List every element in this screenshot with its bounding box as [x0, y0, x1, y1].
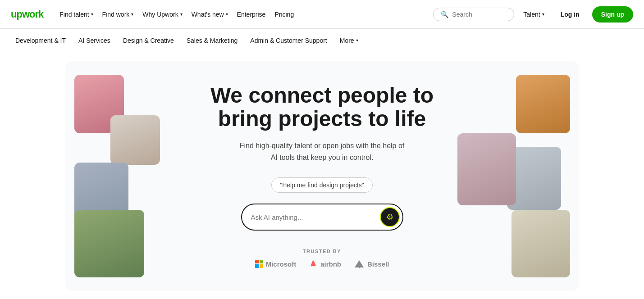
ai-send-icon: ⚙ — [386, 212, 393, 222]
airbnb-logo: airbnb — [309, 259, 341, 268]
chevron-down-icon: ▾ — [131, 12, 133, 17]
nav-find-work[interactable]: Find work ▾ — [99, 8, 137, 21]
svg-point-1 — [314, 264, 316, 267]
sec-nav-development[interactable]: Development & IT — [11, 34, 70, 47]
trusted-section: TRUSTED BY Microsoft — [255, 249, 389, 268]
chevron-down-icon: ▾ — [226, 12, 228, 17]
nav-right: 🔍 Talent ▾ Log in Sign up — [433, 6, 633, 23]
search-bar[interactable]: 🔍 — [433, 8, 514, 21]
nav-why-upwork[interactable]: Why Upwork ▾ — [139, 8, 186, 21]
bissell-icon — [354, 259, 365, 268]
sec-nav-design[interactable]: Design & Creative — [119, 34, 178, 47]
login-button[interactable]: Log in — [553, 7, 587, 22]
chevron-down-icon: ▾ — [542, 12, 544, 17]
ai-send-button[interactable]: ⚙ — [380, 207, 400, 227]
chevron-down-icon: ▾ — [356, 38, 358, 43]
signup-button[interactable]: Sign up — [592, 6, 633, 23]
suggestion-chip[interactable]: "Help me find design projects" — [271, 177, 373, 193]
nav-links: Find talent ▾ Find work ▾ Why Upwork ▾ W… — [56, 8, 297, 21]
search-icon: 🔍 — [441, 11, 448, 18]
sec-nav-admin[interactable]: Admin & Customer Support — [246, 34, 331, 47]
hero-subtitle: Find high-quality talent or open jobs wi… — [237, 140, 408, 163]
hero-center: We connect people to bring projects to l… — [151, 84, 493, 269]
bissell-logo: Bissell — [354, 259, 389, 268]
nav-pricing[interactable]: Pricing — [271, 8, 297, 21]
logo[interactable]: upwork — [11, 9, 43, 20]
trusted-label: TRUSTED BY — [303, 249, 341, 254]
microsoft-logo: Microsoft — [255, 260, 297, 268]
person-image-r1 — [516, 75, 570, 133]
ai-search-box: ⚙ — [241, 204, 403, 231]
hero-title: We connect people to bring projects to l… — [205, 84, 439, 131]
sec-nav-ai[interactable]: AI Services — [74, 34, 115, 47]
trusted-logos: Microsoft airbnb — [255, 259, 389, 268]
nav-whats-new[interactable]: What's new ▾ — [188, 8, 232, 21]
person-image-r5 — [512, 210, 570, 277]
sec-nav-sales[interactable]: Sales & Marketing — [182, 34, 242, 47]
nav-find-talent[interactable]: Find talent ▾ — [56, 8, 96, 21]
person-image-5 — [74, 210, 144, 277]
right-images — [493, 75, 570, 277]
svg-marker-2 — [355, 260, 364, 267]
microsoft-icon — [255, 260, 263, 268]
talent-dropdown[interactable]: Talent ▾ — [520, 8, 548, 21]
hero-card: We connect people to bring projects to l… — [65, 61, 579, 291]
ai-search-input[interactable] — [251, 213, 380, 221]
svg-point-0 — [311, 264, 313, 267]
hero-wrapper: We connect people to bring projects to l… — [0, 52, 644, 299]
second-nav: Development & IT AI Services Design & Cr… — [0, 29, 644, 52]
airbnb-icon — [309, 259, 318, 268]
left-images — [74, 75, 151, 277]
chevron-down-icon: ▾ — [91, 12, 93, 17]
search-input[interactable] — [452, 11, 507, 18]
top-nav: upwork Find talent ▾ Find work ▾ Why Upw… — [0, 0, 644, 29]
sec-nav-more[interactable]: More ▾ — [335, 34, 363, 47]
chevron-down-icon: ▾ — [180, 12, 183, 17]
nav-enterprise[interactable]: Enterprise — [233, 8, 269, 21]
